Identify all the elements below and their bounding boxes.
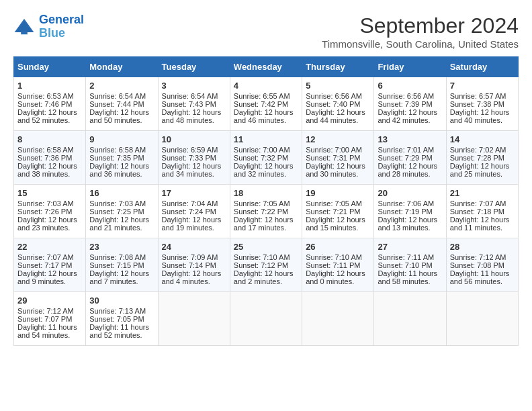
day-number: 11 — [234, 134, 298, 144]
calendar-week-row: 22Sunrise: 7:07 AMSunset: 7:17 PMDayligh… — [14, 238, 519, 292]
sunrise-text: Sunrise: 7:06 AM — [378, 199, 434, 208]
sunrise-text: Sunrise: 7:12 AM — [450, 253, 506, 261]
daylight-text: Daylight: 12 hours and 11 minutes. — [450, 216, 510, 232]
daylight-text: Daylight: 11 hours and 52 minutes. — [89, 323, 149, 339]
sunrise-text: Sunrise: 7:05 AM — [306, 199, 362, 208]
logo-icon — [13, 16, 35, 38]
day-number: 26 — [306, 242, 370, 252]
sunset-text: Sunset: 7:05 PM — [89, 315, 144, 323]
sunset-text: Sunset: 7:35 PM — [89, 154, 144, 162]
day-number: 6 — [378, 81, 442, 91]
calendar-week-row: 29Sunrise: 7:12 AMSunset: 7:07 PMDayligh… — [14, 292, 519, 346]
calendar-cell: 29Sunrise: 7:12 AMSunset: 7:07 PMDayligh… — [14, 292, 86, 346]
calendar-cell: 19Sunrise: 7:05 AMSunset: 7:21 PMDayligh… — [302, 185, 374, 238]
daylight-text: Daylight: 12 hours and 13 minutes. — [378, 216, 437, 232]
calendar-cell: 3Sunrise: 6:54 AMSunset: 7:43 PMDaylight… — [158, 77, 230, 131]
calendar-col-header: Friday — [374, 57, 446, 77]
day-number: 29 — [17, 295, 82, 306]
calendar-col-header: Tuesday — [158, 57, 230, 77]
day-number: 9 — [89, 134, 154, 144]
daylight-text: Daylight: 11 hours and 58 minutes. — [378, 269, 437, 285]
calendar-week-row: 1Sunrise: 6:53 AMSunset: 7:46 PMDaylight… — [14, 77, 519, 131]
sunset-text: Sunset: 7:38 PM — [450, 100, 504, 108]
sunset-text: Sunset: 7:39 PM — [378, 100, 432, 108]
calendar-cell: 10Sunrise: 6:59 AMSunset: 7:33 PMDayligh… — [158, 131, 230, 185]
sunrise-text: Sunrise: 6:56 AM — [378, 92, 434, 100]
logo-text: General Blue — [39, 13, 84, 40]
sunrise-text: Sunrise: 7:07 AM — [17, 253, 74, 261]
calendar-cell: 15Sunrise: 7:03 AMSunset: 7:26 PMDayligh… — [14, 185, 86, 238]
calendar-cell: 28Sunrise: 7:12 AMSunset: 7:08 PMDayligh… — [446, 238, 518, 292]
day-number: 28 — [450, 242, 515, 252]
svg-rect-2 — [21, 31, 28, 34]
calendar-col-header: Sunday — [14, 57, 86, 77]
sunrise-text: Sunrise: 7:11 AM — [378, 253, 434, 261]
calendar-cell: 4Sunrise: 6:55 AMSunset: 7:42 PMDaylight… — [230, 77, 302, 131]
daylight-text: Daylight: 12 hours and 48 minutes. — [162, 108, 222, 124]
sunset-text: Sunset: 7:25 PM — [89, 208, 144, 216]
daylight-text: Daylight: 12 hours and 42 minutes. — [378, 108, 437, 124]
sunset-text: Sunset: 7:33 PM — [162, 154, 216, 162]
sunrise-text: Sunrise: 7:09 AM — [162, 253, 218, 261]
sunrise-text: Sunrise: 7:08 AM — [89, 253, 146, 261]
daylight-text: Daylight: 12 hours and 38 minutes. — [17, 162, 77, 178]
day-number: 18 — [234, 188, 298, 198]
sunset-text: Sunset: 7:44 PM — [89, 100, 144, 108]
sunset-text: Sunset: 7:17 PM — [17, 261, 72, 269]
calendar-col-header: Monday — [86, 57, 158, 77]
sunset-text: Sunset: 7:43 PM — [162, 100, 216, 108]
calendar-cell: 8Sunrise: 6:58 AMSunset: 7:36 PMDaylight… — [14, 131, 86, 185]
sunset-text: Sunset: 7:07 PM — [17, 315, 72, 323]
page-subtitle: Timmonsville, South Carolina, United Sta… — [322, 38, 519, 50]
sunset-text: Sunset: 7:32 PM — [234, 154, 288, 162]
calendar-cell: 24Sunrise: 7:09 AMSunset: 7:14 PMDayligh… — [158, 238, 230, 292]
daylight-text: Daylight: 12 hours and 15 minutes. — [306, 216, 365, 232]
page-title: September 2024 — [322, 13, 519, 38]
daylight-text: Daylight: 12 hours and 44 minutes. — [306, 108, 365, 124]
page-header: General Blue September 2024 Timmonsville… — [13, 13, 519, 50]
daylight-text: Daylight: 12 hours and 28 minutes. — [378, 162, 437, 178]
day-number: 19 — [306, 188, 370, 198]
calendar-cell: 14Sunrise: 7:02 AMSunset: 7:28 PMDayligh… — [446, 131, 518, 185]
calendar-cell: 22Sunrise: 7:07 AMSunset: 7:17 PMDayligh… — [14, 238, 86, 292]
sunrise-text: Sunrise: 7:04 AM — [162, 199, 218, 208]
calendar-col-header: Thursday — [302, 57, 374, 77]
calendar-cell: 18Sunrise: 7:05 AMSunset: 7:22 PMDayligh… — [230, 185, 302, 238]
day-number: 4 — [234, 81, 298, 91]
sunrise-text: Sunrise: 7:03 AM — [17, 199, 74, 208]
sunset-text: Sunset: 7:19 PM — [378, 208, 432, 216]
calendar-cell: 12Sunrise: 7:00 AMSunset: 7:31 PMDayligh… — [302, 131, 374, 185]
sunrise-text: Sunrise: 6:56 AM — [306, 92, 362, 100]
calendar-cell — [446, 292, 518, 346]
day-number: 23 — [89, 242, 154, 252]
sunset-text: Sunset: 7:08 PM — [450, 261, 504, 269]
sunset-text: Sunset: 7:40 PM — [306, 100, 360, 108]
day-number: 2 — [89, 81, 154, 91]
sunset-text: Sunset: 7:12 PM — [234, 261, 288, 269]
calendar-cell: 17Sunrise: 7:04 AMSunset: 7:24 PMDayligh… — [158, 185, 230, 238]
calendar-cell: 6Sunrise: 6:56 AMSunset: 7:39 PMDaylight… — [374, 77, 446, 131]
sunrise-text: Sunrise: 7:00 AM — [306, 146, 362, 154]
sunrise-text: Sunrise: 6:58 AM — [89, 146, 146, 154]
calendar-col-header: Saturday — [446, 57, 518, 77]
daylight-text: Daylight: 12 hours and 40 minutes. — [450, 108, 510, 124]
calendar-cell: 21Sunrise: 7:07 AMSunset: 7:18 PMDayligh… — [446, 185, 518, 238]
title-block: September 2024 Timmonsville, South Carol… — [322, 13, 519, 50]
daylight-text: Daylight: 12 hours and 2 minutes. — [234, 269, 294, 285]
daylight-text: Daylight: 12 hours and 30 minutes. — [306, 162, 365, 178]
daylight-text: Daylight: 12 hours and 0 minutes. — [306, 269, 365, 285]
daylight-text: Daylight: 11 hours and 56 minutes. — [450, 269, 510, 285]
day-number: 30 — [89, 295, 154, 306]
sunrise-text: Sunrise: 7:03 AM — [89, 199, 146, 208]
calendar-cell — [230, 292, 302, 346]
calendar-cell: 23Sunrise: 7:08 AMSunset: 7:15 PMDayligh… — [86, 238, 158, 292]
daylight-text: Daylight: 12 hours and 34 minutes. — [162, 162, 222, 178]
calendar-cell: 9Sunrise: 6:58 AMSunset: 7:35 PMDaylight… — [86, 131, 158, 185]
day-number: 22 — [17, 242, 82, 252]
sunset-text: Sunset: 7:36 PM — [17, 154, 72, 162]
calendar-cell: 20Sunrise: 7:06 AMSunset: 7:19 PMDayligh… — [374, 185, 446, 238]
day-number: 10 — [162, 134, 226, 144]
sunset-text: Sunset: 7:11 PM — [306, 261, 360, 269]
day-number: 14 — [450, 134, 515, 144]
calendar-table: SundayMondayTuesdayWednesdayThursdayFrid… — [13, 56, 519, 346]
